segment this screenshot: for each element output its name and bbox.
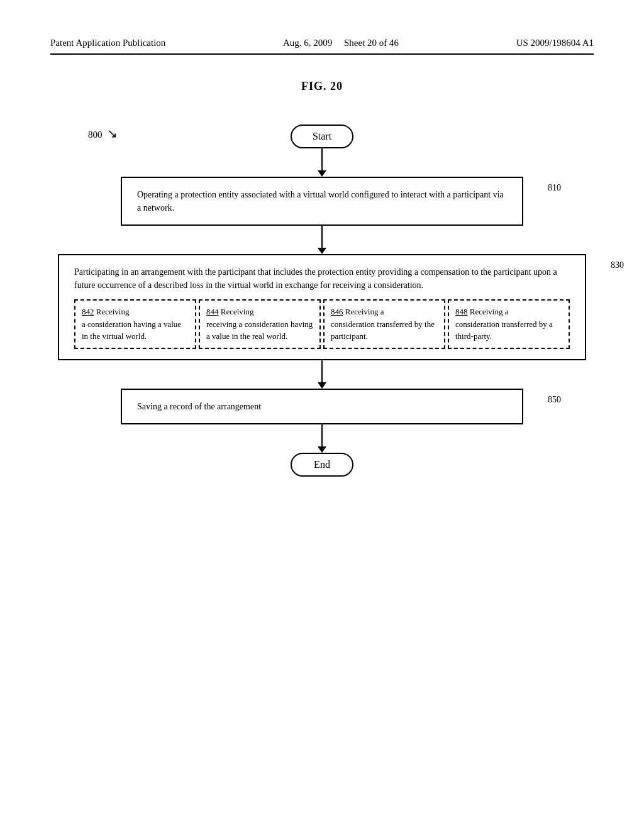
arrow-line-4 xyxy=(321,424,323,446)
box-810: Operating a protection entity associated… xyxy=(121,177,523,226)
box-846-text: consideration transferred by the partici… xyxy=(331,318,438,343)
arrow-1 xyxy=(318,148,326,177)
flowchart: 800 ↘ Start Operating a protection entit… xyxy=(50,124,594,477)
header-publication-type: Patent Application Publication xyxy=(50,38,165,48)
header-date: Aug. 6, 2009 xyxy=(283,38,332,48)
diagram-ref-label: 800 xyxy=(88,130,103,140)
page-header: Patent Application Publication Aug. 6, 2… xyxy=(50,38,594,55)
box-850-text: Saving a record of the arrangement xyxy=(137,402,261,411)
start-row: 800 ↘ Start xyxy=(50,124,594,148)
header-sheet: Sheet 20 of 46 xyxy=(344,38,399,48)
box-848-number: 848 xyxy=(455,307,468,316)
box-848-text: consideration transferred by a third-par… xyxy=(455,318,562,343)
arrow-line-2 xyxy=(321,226,323,248)
label-850: 850 xyxy=(548,395,561,405)
arrow-head-2 xyxy=(318,248,326,254)
box-842-text: a consideration having a value in the vi… xyxy=(82,318,189,343)
box-846-number: 846 xyxy=(331,307,343,316)
box-844: 844 Receiving receiving a consideration … xyxy=(199,299,321,349)
box-850: Saving a record of the arrangement xyxy=(121,389,523,424)
arrow-head-3 xyxy=(318,382,326,389)
box-846-label: Receiving a xyxy=(345,307,384,316)
box-810-text: Operating a protection entity associated… xyxy=(137,190,504,213)
end-oval: End xyxy=(291,453,353,477)
box-830-wrapper: Participating in an arrangement with the… xyxy=(58,254,586,360)
box-830-text: Participating in an arrangement with the… xyxy=(74,265,570,292)
arrow-head-1 xyxy=(318,170,326,177)
figure-title: FIG. 20 xyxy=(50,80,594,93)
header-patent-number: US 2009/198604 A1 xyxy=(516,38,594,48)
arrow-head-4 xyxy=(318,446,326,453)
box-848-label: Receiving a xyxy=(470,307,509,316)
patent-page: Patent Application Publication Aug. 6, 2… xyxy=(0,0,644,830)
box-850-wrapper: Saving a record of the arrangement 850 xyxy=(121,389,523,424)
arrow-4 xyxy=(318,424,326,453)
start-oval: Start xyxy=(291,124,353,148)
header-date-sheet: Aug. 6, 2009 Sheet 20 of 46 xyxy=(283,38,399,48)
box-844-text: receiving a consideration having a value… xyxy=(206,318,313,343)
box-844-label: Receiving xyxy=(221,307,254,316)
label-830: 830 xyxy=(611,260,624,270)
arrow-curve-800: ↘ xyxy=(107,126,118,141)
box-842-number: 842 xyxy=(82,307,94,316)
box-846: 846 Receiving a consideration transferre… xyxy=(323,299,445,349)
arrow-2 xyxy=(318,226,326,254)
arrow-3 xyxy=(318,360,326,389)
arrow-line-3 xyxy=(321,360,323,382)
label-810: 810 xyxy=(548,183,561,193)
box-830: Participating in an arrangement with the… xyxy=(58,254,586,360)
arrow-line-1 xyxy=(321,148,323,170)
box-842: 842 Receiving a consideration having a v… xyxy=(74,299,196,349)
box-848: 848 Receiving a consideration transferre… xyxy=(448,299,570,349)
sub-boxes-row: 842 Receiving a consideration having a v… xyxy=(74,299,570,349)
box-810-wrapper: Operating a protection entity associated… xyxy=(121,177,523,226)
box-842-label: Receiving xyxy=(96,307,130,316)
box-844-number: 844 xyxy=(206,307,219,316)
